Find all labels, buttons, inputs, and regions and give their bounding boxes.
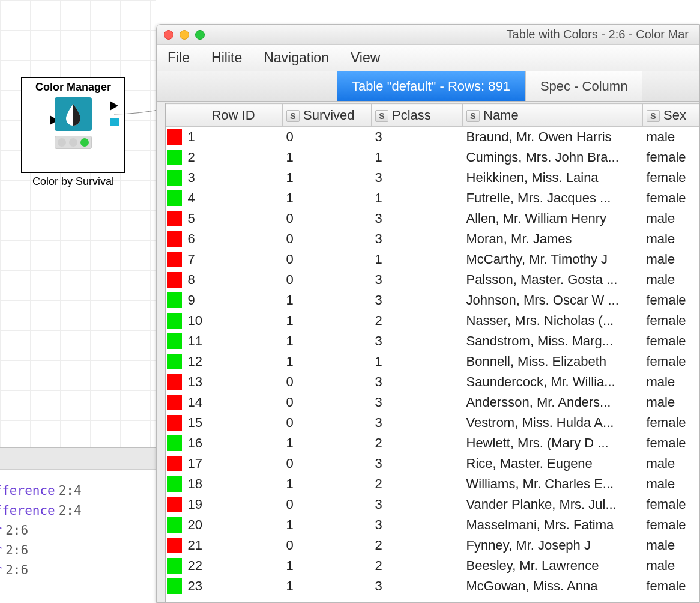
table-header-row: Row ID SSurvived SPclass SName SSex: [166, 104, 700, 127]
row-color-swatch: [166, 535, 184, 556]
cell-name: Futrelle, Mrs. Jacques ...: [463, 188, 643, 208]
table-row[interactable]: 2313McGowan, Miss. Annafemale: [166, 576, 700, 596]
row-color-swatch: [166, 270, 184, 290]
header-name[interactable]: SName: [463, 104, 643, 127]
cell-pclass: 3: [372, 229, 463, 249]
node-color-manager[interactable]: Color Manager: [21, 77, 125, 173]
cell-pclass: 3: [372, 372, 463, 392]
cell-pclass: 1: [372, 249, 463, 270]
cell-rowid: 15: [184, 413, 283, 433]
row-color-swatch: [166, 208, 184, 229]
console-line: e Difference2:4: [0, 481, 120, 501]
cell-sex: female: [643, 413, 700, 433]
cell-pclass: 3: [372, 208, 463, 229]
table-row[interactable]: 1303Saundercock, Mr. Willia...male: [166, 372, 700, 392]
cell-rowid: 22: [184, 556, 283, 576]
table-row[interactable]: 503Allen, Mr. William Henrymale: [166, 208, 700, 229]
table-row[interactable]: 701McCarthy, Mr. Timothy Jmale: [166, 249, 700, 270]
row-color-swatch: [166, 515, 184, 535]
cell-rowid: 6: [184, 229, 283, 249]
table-row[interactable]: 1703Rice, Master. Eugenemale: [166, 453, 700, 474]
cell-name: Nasser, Mrs. Nicholas (...: [463, 311, 643, 331]
table-row[interactable]: 1903Vander Planke, Mrs. Jul...female: [166, 494, 700, 515]
table-row[interactable]: 313Heikkinen, Miss. Lainafemale: [166, 168, 700, 188]
cell-survived: 1: [283, 351, 372, 372]
close-icon[interactable]: [164, 30, 173, 40]
window-titlebar[interactable]: Table with Colors - 2:6 - Color Mar: [157, 25, 699, 45]
table-row[interactable]: 1113Sandstrom, Miss. Marg...female: [166, 331, 700, 351]
cell-name: Cumings, Mrs. John Bra...: [463, 147, 643, 168]
cell-survived: 1: [283, 188, 372, 208]
table-row[interactable]: 603Moran, Mr. Jamesmale: [166, 229, 700, 249]
menu-hilite[interactable]: Hilite: [211, 50, 242, 66]
header-pclass[interactable]: SPclass: [372, 104, 463, 127]
row-color-swatch: [166, 331, 184, 351]
cell-rowid: 13: [184, 372, 283, 392]
menu-view[interactable]: View: [351, 50, 380, 66]
cell-survived: 0: [283, 208, 372, 229]
cell-survived: 1: [283, 331, 372, 351]
header-rowid[interactable]: Row ID: [184, 104, 283, 127]
table-row[interactable]: 211Cumings, Mrs. John Bra...female: [166, 147, 700, 168]
minimize-icon[interactable]: [180, 30, 189, 40]
cell-sex: female: [643, 188, 700, 208]
workflow-canvas[interactable]: Color Manager Color by Survival: [0, 0, 156, 447]
console-line: nager2:6: [0, 560, 120, 580]
table-row[interactable]: 1211Bonnell, Miss. Elizabethfemale: [166, 351, 700, 372]
cell-pclass: 1: [372, 188, 463, 208]
header-survived[interactable]: SSurvived: [283, 104, 372, 127]
cell-sex: female: [643, 311, 700, 331]
table-row[interactable]: 411Futrelle, Mrs. Jacques ...female: [166, 188, 700, 208]
table-row[interactable]: 2102Fynney, Mr. Joseph Jmale: [166, 535, 700, 556]
header-color[interactable]: [166, 104, 184, 127]
cell-pclass: 2: [372, 433, 463, 453]
header-sex[interactable]: SSex: [643, 104, 700, 127]
menu-file[interactable]: File: [167, 50, 190, 66]
cell-pclass: 3: [372, 494, 463, 515]
table-row[interactable]: 1612Hewlett, Mrs. (Mary D ...female: [166, 433, 700, 453]
cell-name: Vander Planke, Mrs. Jul...: [463, 494, 643, 515]
row-color-swatch: [166, 290, 184, 311]
cell-sex: female: [643, 515, 700, 535]
header-survived-label: Survived: [303, 108, 355, 123]
row-color-swatch: [166, 556, 184, 576]
console-tabstrip[interactable]: [0, 448, 156, 470]
cell-rowid: 8: [184, 270, 283, 290]
window-title: Table with Colors - 2:6 - Color Mar: [216, 28, 692, 41]
row-color-swatch: [166, 188, 184, 208]
data-table: Row ID SSurvived SPclass SName SSex 103B…: [166, 103, 699, 596]
table-row[interactable]: 2212Beesley, Mr. Lawrencemale: [166, 556, 700, 576]
table-row[interactable]: 803Palsson, Master. Gosta ...male: [166, 270, 700, 290]
cell-survived: 1: [283, 311, 372, 331]
cell-sex: female: [643, 168, 700, 188]
cell-name: Braund, Mr. Owen Harris: [463, 127, 643, 147]
table-row[interactable]: 2013Masselmani, Mrs. Fatimafemale: [166, 515, 700, 535]
tab-table-default[interactable]: Table "default" - Rows: 891: [337, 71, 525, 101]
row-color-swatch: [166, 311, 184, 331]
tab-spec-column[interactable]: Spec - Column: [525, 71, 643, 101]
table-row[interactable]: 1503Vestrom, Miss. Hulda A...female: [166, 413, 700, 433]
table-row[interactable]: 1012Nasser, Mrs. Nicholas (...female: [166, 311, 700, 331]
cell-sex: male: [643, 474, 700, 494]
table-row[interactable]: 1812Williams, Mr. Charles E...male: [166, 474, 700, 494]
table-row[interactable]: 103Braund, Mr. Owen Harrismale: [166, 127, 700, 147]
cell-name: Beesley, Mr. Lawrence: [463, 556, 643, 576]
cell-survived: 0: [283, 127, 372, 147]
cell-name: Sandstrom, Miss. Marg...: [463, 331, 643, 351]
cell-survived: 1: [283, 168, 372, 188]
cell-name: Saundercock, Mr. Willia...: [463, 372, 643, 392]
cell-name: Heikkinen, Miss. Laina: [463, 168, 643, 188]
cell-name: Rice, Master. Eugene: [463, 453, 643, 474]
cell-rowid: 3: [184, 168, 283, 188]
zoom-icon[interactable]: [195, 30, 205, 40]
row-color-swatch: [166, 127, 184, 147]
row-color-swatch: [166, 576, 184, 596]
table-row[interactable]: 913Johnson, Mrs. Oscar W ...female: [166, 290, 700, 311]
table-row[interactable]: 1403Andersson, Mr. Anders...male: [166, 392, 700, 413]
cell-pclass: 3: [372, 290, 463, 311]
row-color-swatch: [166, 372, 184, 392]
row-color-swatch: [166, 433, 184, 453]
cell-survived: 1: [283, 290, 372, 311]
cell-name: Masselmani, Mrs. Fatima: [463, 515, 643, 535]
menu-navigation[interactable]: Navigation: [264, 50, 329, 66]
